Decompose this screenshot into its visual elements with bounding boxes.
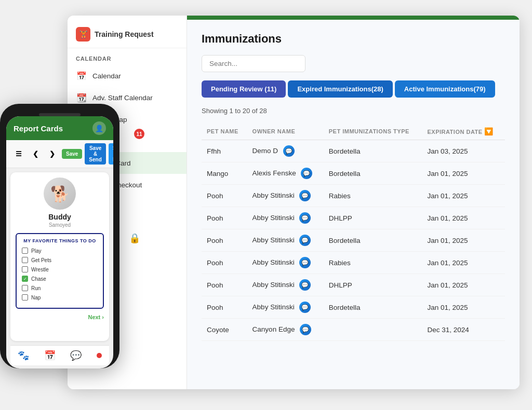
phone-toolbar: ☰ ❮ ❯ Save Save & Send Save & Print bbox=[6, 140, 113, 168]
checklist-label: Play bbox=[31, 248, 41, 254]
cell-exp-date: Jan 01, 2025 bbox=[422, 296, 505, 319]
table-row[interactable]: Pooh Abby Stitinski 💬 Rabies Jan 01, 202… bbox=[202, 185, 505, 207]
notification-badge: 11 bbox=[134, 129, 144, 139]
chat-icon[interactable]: 💬 bbox=[299, 279, 311, 291]
checkbox[interactable] bbox=[22, 257, 28, 263]
checklist-item[interactable]: Play bbox=[22, 248, 98, 254]
checklist-label: Wrestle bbox=[31, 267, 49, 272]
checklist-item[interactable]: Run bbox=[22, 285, 98, 291]
cell-pet-name: Ffhh bbox=[202, 140, 247, 162]
table-row[interactable]: Coyote Canyon Edge 💬 Dec 31, 2024 bbox=[202, 319, 505, 341]
chat-icon[interactable]: 💬 bbox=[299, 190, 311, 201]
table-row[interactable]: Pooh Abby Stitinski 💬 DHLPP Jan 01, 2025 bbox=[202, 274, 505, 296]
save-button[interactable]: Save bbox=[62, 149, 82, 159]
phone-screen: Report Cards 👤 ☰ ❮ ❯ Save Save & Send Sa… bbox=[6, 116, 113, 368]
sidebar-item-calendar[interactable]: 📅 Calendar bbox=[68, 65, 187, 87]
cell-owner-name: Abby Stitinski 💬 bbox=[247, 274, 324, 296]
phone-user-icon[interactable]: 👤 bbox=[92, 121, 106, 135]
table-row[interactable]: Mango Alexis Fenske 💬 Bordetella Jan 01,… bbox=[202, 162, 505, 185]
tab-pending-review[interactable]: Pending Review (11) bbox=[202, 80, 286, 98]
cell-imm-type: Rabies bbox=[324, 185, 422, 207]
checkbox[interactable] bbox=[22, 266, 28, 272]
tab-active-immunizations[interactable]: Active Immunizations(79) bbox=[395, 80, 495, 98]
phone-header: Report Cards 👤 bbox=[6, 116, 113, 140]
cell-imm-type: Bordetella bbox=[324, 162, 422, 185]
cell-owner-name: Alexis Fenske 💬 bbox=[247, 162, 324, 185]
chat-icon[interactable]: 💬 bbox=[299, 212, 311, 224]
training-icon: 🏋 bbox=[76, 27, 90, 42]
cell-exp-date: Dec 31, 2024 bbox=[422, 319, 505, 341]
pet-breed: Samoyed bbox=[49, 222, 71, 228]
cell-owner-name: Abby Stitinski 💬 bbox=[247, 229, 324, 252]
phone-bottom-nav: 🐾 📅 💬 bbox=[10, 345, 109, 365]
cell-exp-date: Jan 01, 2025 bbox=[422, 162, 505, 185]
main-content: Immunizations Pending Review (11) Expire… bbox=[187, 16, 520, 389]
checklist-title: MY FAVORITE THINGS TO DO bbox=[22, 238, 98, 243]
save-send-button[interactable]: Save & Send bbox=[85, 143, 105, 165]
search-input[interactable] bbox=[202, 55, 305, 72]
tabs-row: Pending Review (11) Expired Immunization… bbox=[202, 80, 505, 98]
showing-text: Showing 1 to 20 of 28 bbox=[202, 107, 505, 115]
checkbox[interactable] bbox=[22, 285, 28, 291]
hamburger-menu-button[interactable]: ☰ bbox=[11, 148, 26, 160]
phone-content: 🐕 Buddy Samoyed MY FAVORITE THINGS TO DO… bbox=[10, 172, 109, 341]
forward-button[interactable]: ❯ bbox=[45, 148, 59, 160]
save-print-button[interactable]: Save & Print bbox=[109, 143, 113, 165]
chat-icon[interactable]: 💬 bbox=[299, 302, 311, 313]
cell-pet-name: Pooh bbox=[202, 296, 247, 319]
next-button[interactable]: Next › bbox=[88, 314, 104, 320]
cell-owner-name: Abby Stitinski 💬 bbox=[247, 185, 324, 207]
cell-owner-name: Abby Stitinski 💬 bbox=[247, 207, 324, 229]
col-header-exp-date[interactable]: EXPIRATION DATE 🔽 bbox=[422, 123, 505, 140]
nav-dot-icon[interactable] bbox=[97, 353, 102, 358]
checkbox[interactable] bbox=[22, 248, 28, 254]
cell-imm-type bbox=[324, 319, 422, 341]
calendar-section-label: CALENDAR bbox=[68, 48, 187, 65]
cell-exp-date: Jan 03, 2025 bbox=[422, 140, 505, 162]
checklist-label: Get Pets bbox=[31, 257, 51, 263]
filter-icon[interactable]: 🔽 bbox=[484, 127, 494, 135]
cell-imm-type: DHLPP bbox=[324, 274, 422, 296]
cell-imm-type: Bordetella bbox=[324, 296, 422, 319]
nav-pets-icon[interactable]: 🐾 bbox=[18, 350, 29, 361]
nav-chat-icon[interactable]: 💬 bbox=[70, 350, 82, 361]
table-row[interactable]: Pooh Abby Stitinski 💬 Bordetella Jan 01,… bbox=[202, 296, 505, 319]
cell-pet-name: Pooh bbox=[202, 207, 247, 229]
cell-pet-name: Pooh bbox=[202, 274, 247, 296]
back-button[interactable]: ❮ bbox=[29, 148, 43, 160]
checkbox[interactable] bbox=[22, 294, 28, 300]
training-request-label: Training Request bbox=[95, 30, 154, 38]
table-row[interactable]: Ffhh Demo D 💬 Bordetella Jan 03, 2025 bbox=[202, 140, 505, 162]
tab-expired-immunizations[interactable]: Expired Immunizations(28) bbox=[288, 80, 392, 98]
col-header-imm-type: PET IMMUNIZATIONS TYPE bbox=[324, 123, 422, 140]
cell-exp-date: Jan 01, 2025 bbox=[422, 229, 505, 252]
chat-icon[interactable]: 💬 bbox=[283, 145, 295, 157]
cell-owner-name: Canyon Edge 💬 bbox=[247, 319, 324, 341]
pet-name: Buddy bbox=[48, 213, 71, 221]
phone-mockup: Report Cards 👤 ☰ ❮ ❯ Save Save & Send Sa… bbox=[0, 104, 119, 368]
checklist-items: Play Get Pets Wrestle ✓ Chase Run Nap bbox=[22, 248, 98, 300]
checklist-item[interactable]: ✓ Chase bbox=[22, 276, 98, 282]
cell-pet-name: Pooh bbox=[202, 252, 247, 274]
table-row[interactable]: Pooh Abby Stitinski 💬 DHLPP Jan 01, 2025 bbox=[202, 207, 505, 229]
desktop-panel: 🏋 Training Request CALENDAR 📅 Calendar 📆… bbox=[68, 16, 520, 389]
checklist-label: Chase bbox=[31, 276, 46, 282]
chat-icon[interactable]: 💬 bbox=[301, 168, 312, 179]
chat-icon[interactable]: 💬 bbox=[299, 235, 311, 246]
phone-title: Report Cards bbox=[14, 124, 63, 133]
checklist-item[interactable]: Get Pets bbox=[22, 257, 98, 263]
checklist-item[interactable]: Wrestle bbox=[22, 266, 98, 272]
cell-imm-type: Bordetella bbox=[324, 229, 422, 252]
checklist-item[interactable]: Nap bbox=[22, 294, 98, 300]
chat-icon[interactable]: 💬 bbox=[300, 324, 311, 335]
table-row[interactable]: Pooh Abby Stitinski 💬 Bordetella Jan 01,… bbox=[202, 229, 505, 252]
nav-calendar-icon[interactable]: 📅 bbox=[44, 350, 56, 361]
table-row[interactable]: Pooh Abby Stitinski 💬 Rabies Jan 01, 202… bbox=[202, 252, 505, 274]
sidebar-training-item[interactable]: 🏋 Training Request bbox=[68, 21, 187, 48]
cell-pet-name: Mango bbox=[202, 162, 247, 185]
checklist-box: MY FAVORITE THINGS TO DO Play Get Pets W… bbox=[16, 233, 104, 309]
checklist-label: Run bbox=[31, 285, 41, 291]
cell-pet-name: Pooh bbox=[202, 229, 247, 252]
chat-icon[interactable]: 💬 bbox=[299, 257, 311, 268]
checkbox[interactable]: ✓ bbox=[22, 276, 28, 282]
